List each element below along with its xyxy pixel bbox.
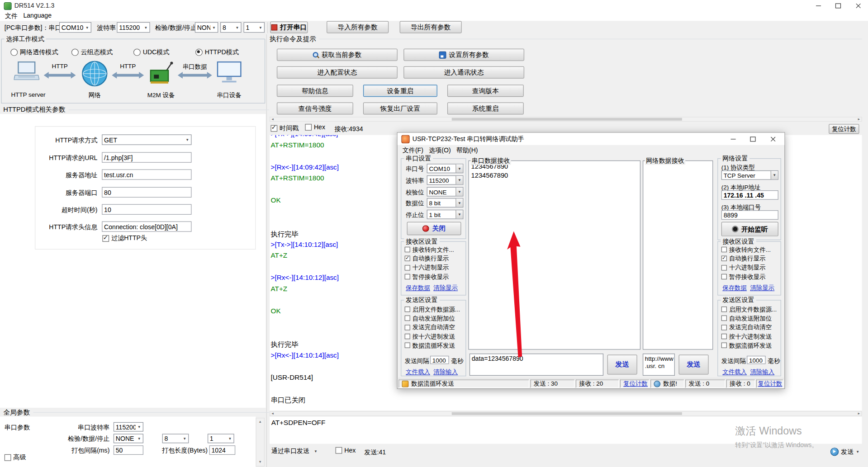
close-port-button[interactable]: 关闭 [407,222,461,235]
help-button[interactable]: 帮助信息 [277,85,353,97]
stopbits-select[interactable]: 1▼ [244,22,265,33]
global-stopbits-select[interactable]: 1▼ [208,434,234,443]
send-interval-input[interactable]: 1000 [430,356,449,364]
checkbox[interactable] [721,316,727,321]
save-data-link[interactable]: 保存数据 [722,284,747,292]
hex-checkbox[interactable] [305,124,312,131]
tcp-menu-help[interactable]: 帮助(H) [454,146,481,155]
http-method-select[interactable]: GET▼ [102,134,191,145]
hex-option[interactable]: Hex [305,124,325,131]
checkbox[interactable] [405,256,410,261]
radio-net-transparent[interactable] [10,49,18,56]
timestamp-checkbox[interactable] [270,125,277,132]
net-send-input[interactable]: http://www .usr. cn [643,354,675,376]
minimize-button[interactable] [808,0,828,12]
tcp-menu-options[interactable]: 选项(O) [426,146,454,155]
checkbox-option[interactable]: 十六进制显示 [403,263,465,272]
checkbox[interactable] [721,325,727,330]
enter-config-button[interactable]: 进入配置状态 [277,66,398,79]
serial-send-input[interactable]: data=1234567890 [470,354,603,376]
checkbox[interactable] [405,343,410,348]
tcp-maximize-button[interactable] [743,133,763,145]
checkbox[interactable] [405,247,410,252]
checkbox[interactable] [721,256,727,261]
checkbox-option[interactable]: 数据流循环发送 [403,341,465,350]
hex-send-option[interactable]: Hex [336,447,356,454]
global-parity-select[interactable]: NONE▼ [114,434,143,443]
checkbox-option[interactable]: 暂停接收显示 [720,272,780,281]
export-params-button[interactable]: 导出所有参数 [400,21,462,33]
checkbox[interactable] [405,325,410,330]
global-baud-select[interactable]: 115200▼ [114,422,143,432]
clear-display-link[interactable]: 清除显示 [750,284,774,292]
filter-http-option[interactable]: 过滤HTTP头 [102,234,147,242]
net-reset-count[interactable]: 复位计数 [756,380,783,388]
clear-input-link[interactable]: 清除输入 [750,368,774,376]
local-ip-input[interactable]: 172.16 .11 .45 [721,190,778,200]
reset-count-link[interactable]: 复位计数 [758,380,783,388]
com-port-select[interactable]: COM10▼ [59,22,91,33]
advanced-option[interactable]: 高级 [5,453,26,461]
global-databits-select[interactable]: 8▼ [162,434,189,443]
scroll-right-icon[interactable]: ► [856,117,861,121]
checkbox[interactable] [405,316,410,321]
checkbox-option[interactable]: 启用文件数据源... [403,305,465,314]
close-button[interactable] [848,0,868,12]
reset-count-button[interactable]: 复位计数 [829,124,859,134]
tcp-baud-select[interactable]: 115200▼ [427,175,464,185]
menu-file[interactable]: 文件 [2,12,20,21]
serial-send-button[interactable]: 发送 [607,355,637,375]
clear-display-link[interactable]: 清除显示 [433,284,458,292]
send-interval-input[interactable]: 1000 [747,356,766,364]
radio-udc-mode[interactable] [133,49,141,56]
checkbox-option[interactable]: 发送完自动清空 [720,323,780,332]
checkbox[interactable] [405,274,410,279]
file-load-link[interactable]: 文件载入 [406,368,430,376]
checkbox[interactable] [721,247,727,252]
signal-strength-button[interactable]: 查信号强度 [277,102,353,114]
open-port-button[interactable]: 打开串口 [270,22,308,33]
checkbox[interactable] [721,265,727,270]
local-port-input[interactable]: 8899 [721,210,778,220]
checkbox[interactable] [721,343,727,348]
buttons-scrollbar[interactable]: ◄ ► [270,117,862,122]
scroll-right-icon[interactable]: ► [856,412,861,416]
tcp-minimize-button[interactable] [723,133,743,145]
checkbox-option[interactable]: 暂停接收显示 [403,272,465,281]
checkbox[interactable] [721,274,727,279]
filter-http-checkbox[interactable] [102,235,109,242]
clear-input-link[interactable]: 清除输入 [433,368,458,376]
protocol-select[interactable]: TCP Server▼ [721,170,778,180]
scroll-up-icon[interactable]: ▲ [256,418,264,425]
mode-option-cloud[interactable]: 云组态模式 [71,48,113,56]
checkbox[interactable] [405,334,410,339]
query-version-button[interactable]: 查询版本 [447,85,524,97]
scroll-left-icon[interactable]: ◄ [270,412,275,416]
mode-option-httpd[interactable]: HTTPD模式 [195,48,239,56]
checkbox[interactable] [721,334,727,339]
checkbox-option[interactable]: 按十六进制发送 [403,332,465,341]
tray-send-button[interactable]: 发送 ▼ [830,448,859,456]
log-scrollbar[interactable]: ◄ ► [270,411,862,416]
checkbox-option[interactable]: 自动换行显示 [403,254,465,263]
mode-option-transparent[interactable]: 网络透传模式 [10,48,58,56]
tcp-databits-select[interactable]: 8 bit▼ [427,198,464,208]
checkbox-option[interactable]: 启用文件数据源... [720,305,780,314]
enter-comm-button[interactable]: 进入通讯状态 [403,66,524,79]
scrollbar-thumb[interactable] [452,412,682,415]
tcp-stopbits-select[interactable]: 1 bit▼ [427,210,464,219]
menu-language[interactable]: Language [20,12,54,21]
net-recv-area[interactable] [643,160,713,350]
device-restart-button[interactable]: 设备重启 [363,85,437,97]
start-listen-button[interactable]: 开始监听 [721,222,778,236]
pack-length-input[interactable]: 1024 [209,445,236,455]
factory-reset-button[interactable]: 恢复出厂设置 [363,102,437,114]
checkbox[interactable] [405,307,410,312]
serial-reset-count[interactable]: 复位计数 [620,380,650,388]
mode-option-udc[interactable]: UDC模式 [133,48,169,56]
checkbox-option[interactable]: 发送完自动清空 [403,323,465,332]
tcp232-window[interactable]: USR-TCP232-Test 串口转网络调试助手 文件(F) 选项(O) 帮助… [397,132,785,389]
get-params-button[interactable]: 获取当前参数 [277,49,398,61]
radio-cloud-mode[interactable] [71,49,79,56]
scroll-left-icon[interactable]: ◄ [270,117,275,121]
